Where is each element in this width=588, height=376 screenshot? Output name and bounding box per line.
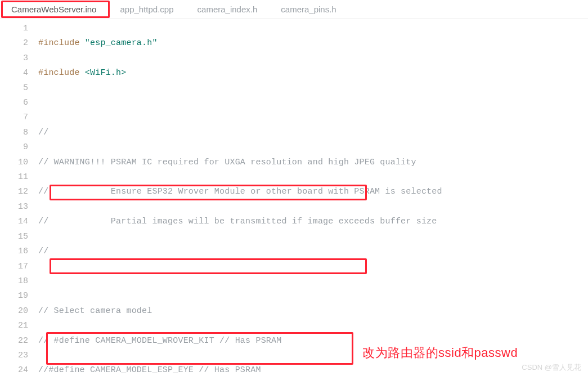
code-area[interactable]: #include "esp_camera.h" #include <WiFi.h… — [38, 21, 588, 376]
line-number: 21 — [0, 319, 28, 333]
line-number: 8 — [0, 126, 28, 140]
line-number: 9 — [0, 140, 28, 155]
code-line — [38, 96, 588, 110]
tab-app-httpd[interactable]: app_httpd.cpp — [110, 1, 183, 19]
code-line: // Ensure ESP32 Wrover Module or other b… — [38, 185, 588, 199]
watermark: CSDN @雪人见花 — [522, 362, 581, 373]
line-number: 14 — [0, 214, 28, 229]
line-number: 13 — [0, 200, 28, 214]
line-number: 5 — [0, 81, 28, 96]
code-line: #include <WiFi.h> — [38, 66, 588, 80]
code-line: // Select camera model — [38, 304, 588, 319]
file-tab-bar: CameraWebServer.ino app_httpd.cpp camera… — [0, 0, 588, 19]
code-line: // Partial images will be transmitted if… — [38, 214, 588, 229]
code-line: // WARNING!!! PSRAM IC required for UXGA… — [38, 155, 588, 170]
line-number: 1 — [0, 21, 28, 36]
line-number: 12 — [0, 185, 28, 199]
line-number: 22 — [0, 334, 28, 348]
code-line: // — [38, 244, 588, 259]
line-number: 17 — [0, 259, 28, 274]
line-number: 3 — [0, 51, 28, 66]
line-number-gutter: 1 2 3 4 5 6 7 8 9 10 11 12 13 14 15 16 1… — [0, 21, 38, 376]
line-number: 6 — [0, 96, 28, 110]
line-number: 2 — [0, 36, 28, 51]
code-line — [38, 274, 588, 289]
line-number: 4 — [0, 66, 28, 80]
code-line: // — [38, 126, 588, 140]
line-number: 19 — [0, 289, 28, 303]
line-number: 23 — [0, 348, 28, 363]
tab-camerawebserver[interactable]: CameraWebServer.ino — [1, 1, 106, 19]
line-number: 20 — [0, 304, 28, 319]
line-number: 11 — [0, 170, 28, 185]
code-editor[interactable]: 1 2 3 4 5 6 7 8 9 10 11 12 13 14 15 16 1… — [0, 19, 588, 376]
line-number: 15 — [0, 230, 28, 244]
ide-window: CameraWebServer.ino app_httpd.cpp camera… — [0, 0, 588, 376]
line-number: 18 — [0, 274, 28, 289]
line-number: 7 — [0, 110, 28, 125]
line-number: 10 — [0, 155, 28, 170]
code-line: //#define CAMERA_MODEL_ESP_EYE // Has PS… — [38, 363, 588, 376]
line-number: 24 — [0, 363, 28, 376]
code-line: #include "esp_camera.h" — [38, 36, 588, 51]
tab-camera-index[interactable]: camera_index.h — [187, 1, 268, 19]
annotation-text: 改为路由器的ssid和passwd — [362, 344, 518, 361]
line-number: 16 — [0, 244, 28, 259]
tab-camera-pins[interactable]: camera_pins.h — [271, 1, 346, 19]
